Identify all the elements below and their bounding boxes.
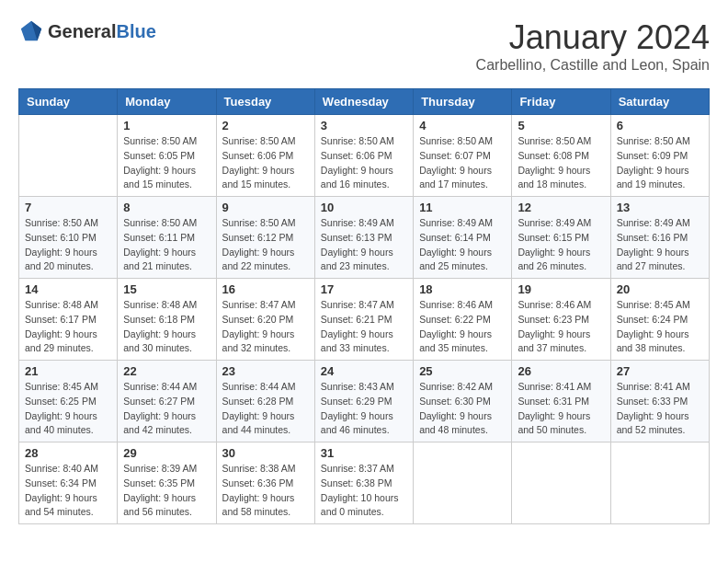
week-row-2: 14Sunrise: 8:48 AMSunset: 6:17 PMDayligh… — [19, 279, 710, 361]
day-info-line: Daylight: 9 hours — [222, 409, 309, 424]
day-number: 13 — [617, 201, 703, 214]
day-number: 7 — [25, 201, 111, 214]
day-info-line: Sunrise: 8:47 AM — [321, 298, 407, 313]
day-info-line: Daylight: 9 hours — [123, 327, 210, 342]
day-info-line: Sunrise: 8:46 AM — [518, 298, 604, 313]
day-number: 1 — [123, 119, 210, 132]
day-info-line: Sunset: 6:20 PM — [222, 313, 309, 327]
calendar-cell: 12Sunrise: 8:49 AMSunset: 6:15 PMDayligh… — [512, 197, 610, 279]
day-info: Sunrise: 8:39 AMSunset: 6:35 PMDaylight:… — [123, 462, 210, 520]
day-info-line: Sunrise: 8:49 AM — [321, 216, 407, 231]
weekday-header-sunday: Sunday — [19, 89, 118, 115]
day-info: Sunrise: 8:48 AMSunset: 6:17 PMDaylight:… — [25, 298, 111, 356]
day-number: 31 — [321, 446, 407, 460]
day-info-line: Daylight: 9 hours — [518, 327, 604, 342]
day-info: Sunrise: 8:41 AMSunset: 6:31 PMDaylight:… — [518, 380, 604, 438]
day-info-line: Sunset: 6:12 PM — [222, 231, 309, 246]
day-info-line: Daylight: 9 hours — [518, 164, 604, 178]
day-info-line: Sunset: 6:27 PM — [123, 395, 210, 409]
day-info: Sunrise: 8:50 AMSunset: 6:05 PMDaylight:… — [123, 134, 210, 192]
calendar-cell: 22Sunrise: 8:44 AMSunset: 6:27 PMDayligh… — [118, 361, 216, 442]
day-info-line: Sunset: 6:22 PM — [419, 313, 506, 327]
weekday-header-saturday: Saturday — [610, 89, 709, 115]
calendar-cell — [512, 442, 610, 524]
day-info-line: and 16 minutes. — [321, 178, 407, 192]
day-info-line: Sunset: 6:29 PM — [321, 395, 407, 409]
weekday-header-row: SundayMondayTuesdayWednesdayThursdayFrid… — [19, 89, 710, 115]
day-number: 19 — [518, 282, 604, 296]
day-info-line: and 19 minutes. — [617, 178, 703, 192]
day-info: Sunrise: 8:46 AMSunset: 6:23 PMDaylight:… — [518, 298, 604, 356]
day-info-line: Sunset: 6:35 PM — [123, 477, 210, 491]
day-info-line: Sunrise: 8:41 AM — [617, 380, 703, 395]
day-info-line: Sunrise: 8:46 AM — [419, 298, 506, 313]
day-info-line: Sunrise: 8:50 AM — [123, 134, 210, 149]
day-info-line: Sunrise: 8:43 AM — [321, 380, 407, 395]
day-number: 30 — [222, 446, 309, 460]
logo: GeneralBlue — [18, 18, 156, 44]
calendar-cell: 9Sunrise: 8:50 AMSunset: 6:12 PMDaylight… — [216, 197, 314, 279]
day-info-line: Daylight: 9 hours — [123, 164, 210, 178]
calendar-cell: 28Sunrise: 8:40 AMSunset: 6:34 PMDayligh… — [19, 442, 118, 524]
day-info: Sunrise: 8:38 AMSunset: 6:36 PMDaylight:… — [222, 462, 309, 520]
day-info: Sunrise: 8:44 AMSunset: 6:27 PMDaylight:… — [123, 380, 210, 438]
week-row-3: 21Sunrise: 8:45 AMSunset: 6:25 PMDayligh… — [19, 361, 710, 442]
day-info-line: Daylight: 9 hours — [617, 327, 703, 342]
day-number: 25 — [419, 364, 506, 378]
day-info-line: and 29 minutes. — [25, 341, 111, 356]
day-info-line: Sunrise: 8:50 AM — [25, 216, 111, 231]
day-info: Sunrise: 8:49 AMSunset: 6:14 PMDaylight:… — [419, 216, 506, 274]
logo-icon — [18, 18, 44, 44]
day-info-line: and 42 minutes. — [123, 423, 210, 438]
day-info-line: and 44 minutes. — [222, 423, 309, 438]
weekday-header-friday: Friday — [512, 89, 610, 115]
day-info: Sunrise: 8:50 AMSunset: 6:12 PMDaylight:… — [222, 216, 309, 274]
calendar-cell: 10Sunrise: 8:49 AMSunset: 6:13 PMDayligh… — [314, 197, 413, 279]
day-info-line: Sunset: 6:17 PM — [25, 313, 111, 327]
day-info: Sunrise: 8:41 AMSunset: 6:33 PMDaylight:… — [617, 380, 703, 438]
day-info-line: Sunset: 6:24 PM — [617, 313, 703, 327]
day-info-line: Daylight: 9 hours — [321, 246, 407, 260]
day-info-line: and 40 minutes. — [25, 423, 111, 438]
day-info-line: Daylight: 9 hours — [419, 327, 506, 342]
day-info-line: and 20 minutes. — [25, 259, 111, 274]
day-number: 10 — [321, 201, 407, 214]
day-info-line: Daylight: 9 hours — [25, 409, 111, 424]
day-info-line: Daylight: 9 hours — [222, 246, 309, 260]
day-info-line: Sunrise: 8:50 AM — [518, 134, 604, 149]
day-info-line: Sunrise: 8:47 AM — [222, 298, 309, 313]
day-info-line: Sunrise: 8:39 AM — [123, 462, 210, 477]
day-number: 11 — [419, 201, 506, 214]
logo-text-blue: Blue — [116, 21, 155, 41]
weekday-header-tuesday: Tuesday — [216, 89, 314, 115]
day-info-line: Sunrise: 8:50 AM — [123, 216, 210, 231]
day-number: 14 — [25, 282, 111, 296]
day-info-line: and 15 minutes. — [222, 178, 309, 192]
day-number: 23 — [222, 364, 309, 378]
day-info-line: Sunset: 6:05 PM — [123, 149, 210, 164]
day-info-line: and 0 minutes. — [321, 505, 407, 520]
day-number: 3 — [321, 119, 407, 132]
calendar-cell: 11Sunrise: 8:49 AMSunset: 6:14 PMDayligh… — [414, 197, 512, 279]
day-info: Sunrise: 8:49 AMSunset: 6:15 PMDaylight:… — [518, 216, 604, 274]
day-info-line: and 52 minutes. — [617, 423, 703, 438]
day-info-line: Sunset: 6:10 PM — [25, 231, 111, 246]
day-info: Sunrise: 8:40 AMSunset: 6:34 PMDaylight:… — [25, 462, 111, 520]
day-info-line: Daylight: 9 hours — [419, 164, 506, 178]
day-info-line: Daylight: 9 hours — [321, 409, 407, 424]
day-info-line: and 56 minutes. — [123, 505, 210, 520]
calendar-cell: 14Sunrise: 8:48 AMSunset: 6:17 PMDayligh… — [19, 279, 118, 361]
day-info: Sunrise: 8:50 AMSunset: 6:06 PMDaylight:… — [321, 134, 407, 192]
day-info-line: and 21 minutes. — [123, 259, 210, 274]
calendar-cell: 21Sunrise: 8:45 AMSunset: 6:25 PMDayligh… — [19, 361, 118, 442]
day-info-line: Sunrise: 8:49 AM — [617, 216, 703, 231]
day-info-line: Sunrise: 8:44 AM — [123, 380, 210, 395]
day-number: 4 — [419, 119, 506, 132]
day-info-line: Sunset: 6:07 PM — [419, 149, 506, 164]
calendar-cell: 6Sunrise: 8:50 AMSunset: 6:09 PMDaylight… — [610, 115, 709, 197]
day-info: Sunrise: 8:49 AMSunset: 6:13 PMDaylight:… — [321, 216, 407, 274]
day-info: Sunrise: 8:50 AMSunset: 6:08 PMDaylight:… — [518, 134, 604, 192]
day-info: Sunrise: 8:50 AMSunset: 6:10 PMDaylight:… — [25, 216, 111, 274]
day-info-line: Sunrise: 8:41 AM — [518, 380, 604, 395]
day-info-line: Sunset: 6:08 PM — [518, 149, 604, 164]
